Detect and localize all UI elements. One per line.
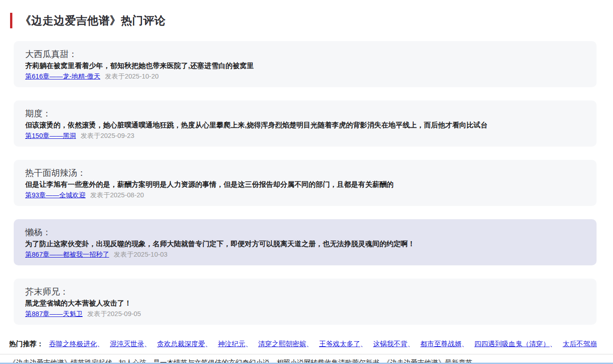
recommend-separator: 、 xyxy=(97,340,104,348)
recommend-link[interactable]: 王爷戏太多了 xyxy=(319,340,360,348)
chapter-link[interactable]: 第93章——全城欢迎 xyxy=(25,191,85,199)
accent-bar xyxy=(10,13,12,28)
recommend-separator: 、 xyxy=(306,340,313,348)
chapter-link[interactable]: 第150章——黑洞 xyxy=(25,132,76,139)
recommend-link[interactable]: 混沌灭世录 xyxy=(110,340,144,348)
comment-author: 懒杨： xyxy=(25,227,586,237)
recommend-separator: 、 xyxy=(205,340,212,348)
recommend-separator: 、 xyxy=(407,340,414,348)
comment-text: 为了防止这家伙变卦，出现反噬的现象，名师大陆就曾专门定下，即便对方可以脱离天道之… xyxy=(25,239,586,248)
recommend-link[interactable]: 贪欢总裁深度爱 xyxy=(157,340,205,348)
comment-card: 期度： 但该滚烫的，依然滚烫，她心脏噗通噗通地狂跳，热度从心里攀爬上来,烧得浑身… xyxy=(14,100,597,147)
chapter-link[interactable]: 第867章——都被我一招秒了 xyxy=(25,251,109,258)
comment-text: 但是让李旭有一些意外的是，薪酬方案明明是人力资源的事情，但是这三份报告却分属不同… xyxy=(25,180,586,189)
comment-text: 黑龙堂省城的大本营被人攻击了！ xyxy=(25,299,586,308)
publish-date: 发表于2025-10-20 xyxy=(105,73,159,80)
recommend-separator: 、 xyxy=(461,340,468,348)
comment-meta: 第887章——天魁卫 发表于2025-09-05 xyxy=(25,310,586,318)
publish-date: 发表于2025-09-05 xyxy=(87,310,141,317)
recommend-separator: 、 xyxy=(550,340,557,348)
publish-date: 发表于2025-10-03 xyxy=(114,251,168,258)
recommend-link[interactable]: 太后不驾崩 xyxy=(563,340,597,348)
comment-card: 热干面胡辣汤： 但是让李旭有一些意外的是，薪酬方案明明是人力资源的事情，但是这三… xyxy=(14,160,597,206)
recommend-link[interactable]: 四四遇到吸血鬼（清穿） xyxy=(474,340,550,348)
comment-text: 齐莉躺在被窝里看着少年，郁知秋把她也带来医院了,还塞进雪白的被窝里 xyxy=(25,61,586,70)
comment-card: 大西瓜真甜： 齐莉躺在被窝里看着少年，郁知秋把她也带来医院了,还塞进雪白的被窝里… xyxy=(14,41,597,87)
comment-card-highlighted: 懒杨： 为了防止这家伙变卦，出现反噬的现象，名师大陆就曾专门定下，即便对方可以脱… xyxy=(14,219,597,265)
main-content: 《边走边爱吉他谱》热门评论 大西瓜真甜： 齐莉躺在被窝里看着少年，郁知秋把她也带… xyxy=(0,13,613,325)
page-title: 《边走边爱吉他谱》热门评论 xyxy=(20,13,166,28)
recommend-link[interactable]: 神泣纪元 xyxy=(218,340,245,348)
comment-author: 大西瓜真甜： xyxy=(25,49,586,59)
comment-meta: 第150章——黑洞 发表于2025-09-23 xyxy=(25,132,586,140)
recommend-link[interactable]: 这锅我不背 xyxy=(373,340,407,348)
chapter-link[interactable]: 第887章——天魁卫 xyxy=(25,310,83,317)
recommend-label: 热门推荐： xyxy=(9,340,43,348)
comment-author: 芥末师兄： xyxy=(25,286,586,297)
page-footer-section: 热门推荐： 吞噬之终极进化、 混沌灭世录、 贪欢总裁深度爱、 神泣纪元、 清穿之… xyxy=(0,339,613,364)
recommend-row: 热门推荐： 吞噬之终极进化、 混沌灭世录、 贪欢总裁深度爱、 神泣纪元、 清穿之… xyxy=(9,339,604,348)
recommend-separator: 、 xyxy=(360,340,367,348)
comment-meta: 第93章——全城欢迎 发表于2025-08-20 xyxy=(25,191,586,199)
comment-meta: 第867章——都被我一招秒了 发表于2025-10-03 xyxy=(25,250,586,258)
comment-text: 但该滚烫的，依然滚烫，她心脏噗通噗通地狂跳，热度从心里攀爬上来,烧得浑身烈焰楚明… xyxy=(25,121,586,130)
recommend-link[interactable]: 清穿之熙朝密嫔 xyxy=(258,340,306,348)
recommend-link[interactable]: 都市至尊战婿 xyxy=(420,340,461,348)
chapter-link[interactable]: 第616章——龙-地精-傲天 xyxy=(25,73,100,80)
comment-list: 大西瓜真甜： 齐莉躺在被窝里看着少年，郁知秋把她也带来医院了,还塞进雪白的被窝里… xyxy=(14,41,597,325)
comment-meta: 第616章——龙-地精-傲天 发表于2025-10-20 xyxy=(25,72,586,80)
publish-date: 发表于2025-08-20 xyxy=(90,191,144,199)
recommend-separator: 、 xyxy=(245,340,252,348)
recommend-link[interactable]: 吞噬之终极进化 xyxy=(49,340,97,348)
comment-author: 期度： xyxy=(25,108,586,119)
recommend-separator: 、 xyxy=(144,340,151,348)
comment-author: 热干面胡辣汤： xyxy=(25,168,586,178)
comment-card: 芥末师兄： 黑龙堂省城的大本营被人攻击了！ 第887章——天魁卫 发表于2025… xyxy=(14,279,597,325)
page-header: 《边走边爱吉他谱》热门评论 xyxy=(14,13,597,28)
divider xyxy=(0,354,613,354)
publish-date: 发表于2025-09-23 xyxy=(80,132,134,139)
